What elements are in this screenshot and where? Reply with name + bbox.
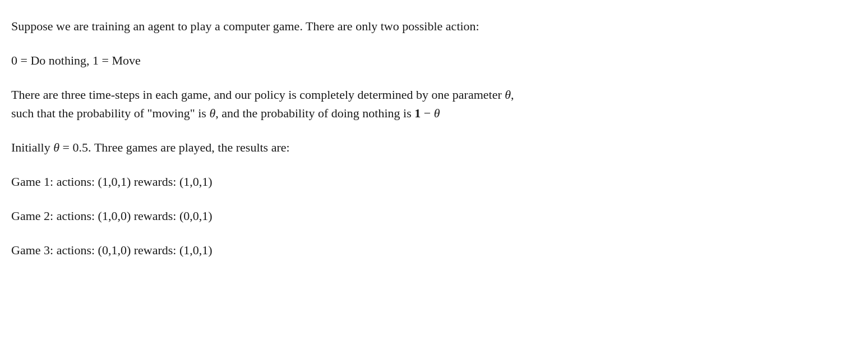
main-content: Suppose we are training an agent to play…: [11, 17, 841, 259]
game-3: Game 3: actions: (0,1,0) rewards: (1,0,1…: [11, 241, 841, 259]
paragraph-3: There are three time-steps in each game,…: [11, 85, 841, 122]
paragraph-1-text: Suppose we are training an agent to play…: [11, 19, 479, 33]
theta-symbol-3: θ: [434, 106, 440, 120]
game-1-text: Game 1: actions: (1,0,1) rewards: (1,0,1…: [11, 175, 213, 189]
theta-symbol-2: θ: [209, 106, 215, 120]
one-bold: 1: [414, 106, 421, 120]
game-2: Game 2: actions: (1,0,0) rewards: (0,0,1…: [11, 207, 841, 225]
game-1: Game 1: actions: (1,0,1) rewards: (1,0,1…: [11, 172, 841, 191]
paragraph-3-part4: , and the probability of doing nothing i…: [215, 106, 414, 120]
paragraph-3-part3: such that the probability of "moving" is: [11, 106, 209, 120]
paragraph-3-part2: ,: [511, 88, 514, 102]
minus-sign: −: [421, 106, 433, 120]
theta-symbol-4: θ: [53, 140, 59, 154]
game-2-text: Game 2: actions: (1,0,0) rewards: (0,0,1…: [11, 209, 213, 223]
theta-symbol-1: θ: [505, 88, 511, 102]
initially-text: Initially: [11, 140, 53, 154]
game-3-text: Game 3: actions: (0,1,0) rewards: (1,0,1…: [11, 243, 213, 257]
equals-05: = 0.5. Three games are played, the resul…: [59, 140, 290, 154]
paragraph-3-part1: There are three time-steps in each game,…: [11, 88, 505, 102]
paragraph-2-text: 0 = Do nothing, 1 = Move: [11, 53, 141, 67]
paragraph-1: Suppose we are training an agent to play…: [11, 17, 841, 35]
paragraph-2: 0 = Do nothing, 1 = Move: [11, 51, 841, 70]
paragraph-4: Initially θ = 0.5. Three games are playe…: [11, 138, 841, 157]
